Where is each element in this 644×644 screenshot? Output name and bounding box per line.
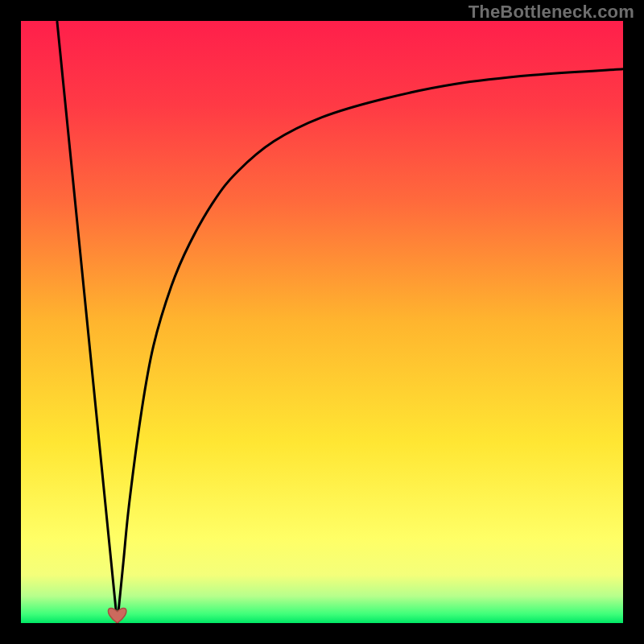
chart-frame: TheBottleneck.com — [0, 0, 644, 644]
watermark-label: TheBottleneck.com — [469, 2, 634, 23]
bottleneck-plot — [21, 21, 623, 623]
gradient-background — [21, 21, 623, 623]
